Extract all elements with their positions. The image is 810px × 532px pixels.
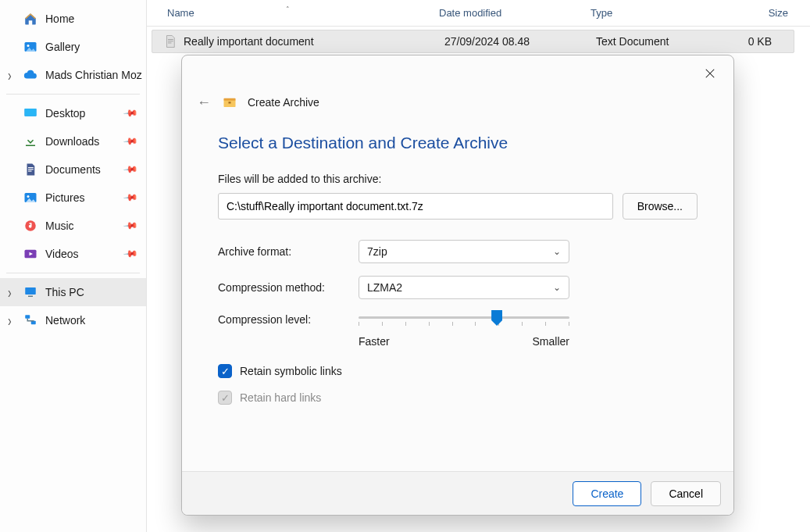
svg-rect-4 [26, 145, 35, 147]
sidebar-item-gallery[interactable]: Gallery [0, 33, 146, 61]
pin-icon: 📌 [123, 246, 138, 262]
svg-point-9 [27, 195, 30, 198]
downloads-icon [23, 134, 37, 148]
column-label: Date modified [439, 7, 501, 19]
pin-icon: 📌 [123, 162, 138, 177]
compression-level-slider[interactable]: Faster Smaller [359, 312, 569, 348]
music-icon [23, 219, 37, 233]
sidebar-item-pictures[interactable]: Pictures 📌 [0, 184, 146, 212]
pin-icon: 📌 [123, 218, 138, 234]
compression-level-label: Compression level: [218, 312, 359, 326]
svg-point-1 [27, 45, 30, 47]
cancel-button[interactable]: Cancel [651, 481, 721, 506]
divider [6, 273, 140, 273]
file-type: Text Document [585, 35, 713, 48]
sidebar-item-network[interactable]: Network [0, 306, 146, 334]
slider-label-faster: Faster [359, 335, 390, 348]
pin-icon: 📌 [123, 105, 138, 121]
sidebar-item-label: Desktop [45, 107, 85, 120]
retain-hardlinks-checkbox: ✓ Retain hard links [218, 387, 698, 409]
svg-rect-5 [28, 167, 34, 168]
archive-icon [223, 95, 237, 109]
browse-button[interactable]: Browse... [623, 193, 698, 220]
cloud-icon [23, 68, 37, 82]
file-row[interactable]: Really important document 27/09/2024 08.… [152, 30, 794, 53]
column-label: Size [769, 7, 788, 19]
checkbox-label: Retain hard links [240, 391, 321, 404]
svg-rect-21 [229, 102, 231, 103]
select-value: 7zip [367, 245, 387, 258]
desktop-icon [23, 106, 37, 120]
this-pc-icon [23, 285, 37, 299]
sidebar-item-label: Home [45, 12, 74, 25]
pictures-icon [23, 191, 37, 205]
create-archive-dialog: ← Create Archive Select a Destination an… [181, 55, 734, 516]
gallery-icon [23, 40, 37, 54]
sidebar-item-videos[interactable]: Videos 📌 [0, 240, 146, 268]
sidebar-item-label: Pictures [45, 191, 85, 204]
pin-icon: 📌 [123, 134, 138, 149]
svg-rect-18 [168, 43, 172, 44]
column-label: Type [591, 7, 612, 19]
column-date[interactable]: Date modified [428, 7, 580, 19]
create-button[interactable]: Create [573, 481, 641, 506]
sidebar-item-desktop[interactable]: Desktop 📌 [0, 99, 146, 127]
sidebar-item-label: Music [45, 220, 74, 232]
column-headers: Name ˄ Date modified Type Size [147, 0, 810, 27]
checkbox-icon: ✓ [218, 364, 232, 378]
svg-rect-13 [28, 296, 33, 298]
retain-symlinks-checkbox[interactable]: ✓ Retain symbolic links [218, 360, 698, 382]
column-size[interactable]: Size [708, 7, 810, 19]
file-name: Really important document [184, 35, 314, 48]
archive-format-label: Archive format: [218, 245, 359, 258]
svg-rect-14 [25, 315, 30, 319]
column-name[interactable]: Name ˄ [147, 7, 428, 19]
select-value: LZMA2 [367, 281, 402, 294]
svg-rect-3 [25, 109, 37, 116]
file-date: 27/09/2024 08.48 [434, 35, 585, 48]
svg-rect-20 [224, 98, 236, 101]
chevron-down-icon: ⌄ [553, 246, 561, 257]
videos-icon [23, 247, 37, 261]
sidebar-item-label: Gallery [45, 41, 80, 53]
svg-rect-7 [28, 171, 32, 172]
sidebar-item-documents[interactable]: Documents 📌 [0, 155, 146, 184]
files-label: Files will be added to this archive: [218, 173, 698, 185]
dialog-title: Select a Destination and Create Archive [218, 134, 698, 152]
divider [6, 94, 140, 95]
sidebar-item-label: Mads Christian Moz [45, 69, 142, 81]
text-file-icon [163, 34, 177, 48]
slider-label-smaller: Smaller [533, 335, 569, 348]
sidebar-item-downloads[interactable]: Downloads 📌 [0, 127, 146, 155]
sidebar: Home Gallery Mads Christian Moz Desktop … [0, 0, 147, 532]
sidebar-item-label: This PC [45, 286, 84, 298]
sidebar-item-home[interactable]: Home [0, 5, 146, 33]
checkbox-icon: ✓ [218, 391, 232, 405]
sidebar-item-label: Network [45, 314, 85, 327]
archive-format-select[interactable]: 7zip ⌄ [359, 240, 569, 263]
svg-rect-6 [28, 169, 34, 170]
sidebar-item-label: Documents [45, 163, 101, 176]
back-button[interactable]: ← [196, 95, 212, 111]
sort-asc-icon: ˄ [286, 5, 290, 13]
compression-method-select[interactable]: LZMA2 ⌄ [359, 276, 569, 299]
compression-method-label: Compression method: [218, 281, 359, 294]
checkbox-label: Retain symbolic links [240, 365, 342, 377]
svg-rect-16 [168, 39, 173, 40]
sidebar-item-this-pc[interactable]: This PC [0, 278, 146, 306]
file-size: 0 KB [713, 35, 794, 48]
pin-icon: 📌 [123, 190, 138, 205]
chevron-down-icon: ⌄ [553, 282, 561, 293]
column-type[interactable]: Type [580, 7, 708, 19]
sidebar-item-label: Downloads [45, 135, 99, 148]
svg-rect-12 [25, 287, 36, 295]
archive-path-input[interactable] [218, 193, 613, 220]
dialog-header-title: Create Archive [248, 96, 319, 109]
network-icon [23, 313, 37, 327]
home-icon [23, 12, 37, 26]
sidebar-item-label: Videos [45, 248, 79, 260]
close-button[interactable] [694, 61, 726, 86]
sidebar-item-onedrive[interactable]: Mads Christian Moz [0, 61, 146, 89]
sidebar-item-music[interactable]: Music 📌 [0, 212, 146, 240]
column-label: Name [167, 7, 194, 19]
